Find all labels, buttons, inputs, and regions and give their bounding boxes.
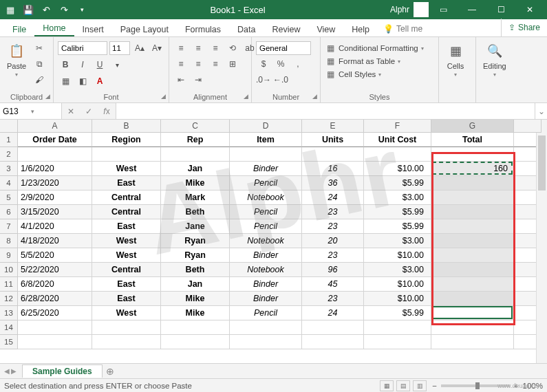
row-header[interactable]: 3 bbox=[0, 162, 18, 176]
col-header-c[interactable]: C bbox=[161, 120, 230, 133]
cell-rep[interactable]: Ryan bbox=[161, 248, 230, 263]
cell-cost[interactable]: $5.99 bbox=[364, 205, 431, 219]
header-units[interactable]: Units bbox=[302, 133, 364, 147]
col-header-g[interactable]: G bbox=[431, 120, 514, 133]
user-avatar[interactable] bbox=[414, 2, 429, 17]
formula-input[interactable] bbox=[116, 103, 535, 119]
user-name[interactable]: Alphr bbox=[386, 5, 414, 14]
percent-icon[interactable]: % bbox=[273, 57, 288, 71]
add-sheet-icon[interactable]: ⊕ bbox=[103, 366, 118, 377]
cell-date[interactable]: 5/22/2020 bbox=[18, 263, 92, 277]
cell-cost[interactable]: $5.99 bbox=[364, 306, 431, 320]
editing-button[interactable]: 🔍 Editing ▾ bbox=[480, 39, 509, 78]
cell-region[interactable]: West bbox=[92, 306, 161, 320]
cell-cost[interactable]: $5.99 bbox=[364, 219, 431, 234]
number-launcher-icon[interactable]: ◢ bbox=[312, 93, 317, 100]
cell-rep[interactable]: Mark bbox=[161, 190, 230, 205]
cancel-formula-icon[interactable]: ✕ bbox=[62, 107, 80, 116]
tab-review[interactable]: Review bbox=[264, 22, 308, 36]
row-header-1[interactable]: 1 bbox=[0, 133, 18, 147]
cell-item[interactable]: Binder bbox=[230, 162, 302, 176]
align-left-icon[interactable]: ≡ bbox=[173, 57, 189, 71]
cell-total[interactable] bbox=[431, 219, 514, 234]
cell-region[interactable]: East bbox=[92, 292, 161, 306]
cell-cost[interactable]: $10.00 bbox=[364, 292, 431, 306]
align-bottom-icon[interactable]: ≡ bbox=[208, 41, 223, 55]
sheet-tab-sample-guides[interactable]: Sample Guides bbox=[22, 364, 103, 378]
row-header[interactable]: 4 bbox=[0, 176, 18, 190]
redo-icon[interactable]: ↷ bbox=[56, 2, 72, 17]
underline-icon[interactable]: U bbox=[92, 58, 107, 72]
cell-styles-button[interactable]: ▦Cell Styles▾ bbox=[325, 69, 381, 80]
tab-data[interactable]: Data bbox=[229, 22, 264, 36]
cell-date[interactable]: 1/6/2020 bbox=[18, 162, 92, 176]
cell-region[interactable]: Central bbox=[92, 205, 161, 219]
decrease-indent-icon[interactable]: ⇤ bbox=[173, 73, 189, 87]
tell-me-search[interactable]: 💡Tell me bbox=[378, 21, 428, 36]
cell-cost[interactable]: $10.00 bbox=[364, 162, 431, 176]
cell-date[interactable]: 3/15/2020 bbox=[18, 205, 92, 219]
header-total[interactable]: Total bbox=[431, 133, 514, 147]
orientation-icon[interactable]: ⟲ bbox=[225, 41, 240, 55]
cell-cost[interactable]: $3.00 bbox=[364, 263, 431, 277]
cell-date[interactable]: 4/1/2020 bbox=[18, 219, 92, 234]
paste-button[interactable]: 📋 Paste ▾ bbox=[4, 39, 29, 78]
cell-total[interactable] bbox=[431, 248, 514, 263]
tab-insert[interactable]: Insert bbox=[74, 22, 112, 36]
cell-date[interactable]: 6/8/2020 bbox=[18, 277, 92, 292]
cell-units[interactable]: 16 bbox=[302, 162, 364, 176]
cell-date[interactable]: 2/9/2020 bbox=[18, 190, 92, 205]
cell-item[interactable]: Binder bbox=[230, 292, 302, 306]
row-header-2[interactable]: 2 bbox=[0, 147, 18, 162]
col-header-e[interactable]: E bbox=[302, 120, 364, 133]
cell-rep[interactable]: Beth bbox=[161, 263, 230, 277]
cells-button[interactable]: ▦ Cells ▾ bbox=[443, 39, 468, 78]
expand-formula-bar-icon[interactable]: ⌄ bbox=[535, 103, 547, 119]
page-break-view-icon[interactable]: ▥ bbox=[413, 380, 427, 391]
decrease-decimal-icon[interactable]: ←.0 bbox=[273, 73, 288, 87]
row-header[interactable]: 7 bbox=[0, 219, 18, 234]
header-unit-cost[interactable]: Unit Cost bbox=[364, 133, 431, 147]
normal-view-icon[interactable]: ▦ bbox=[380, 380, 394, 391]
row-header[interactable]: 12 bbox=[0, 292, 18, 306]
cell-region[interactable]: West bbox=[92, 234, 161, 248]
save-icon[interactable]: 💾 bbox=[21, 2, 36, 17]
cell-cost[interactable]: $5.99 bbox=[364, 176, 431, 190]
strike-icon[interactable]: ▾ bbox=[109, 58, 125, 72]
vertical-scrollbar[interactable] bbox=[536, 133, 547, 363]
format-as-table-button[interactable]: ▦Format as Table▾ bbox=[325, 56, 400, 67]
increase-decimal-icon[interactable]: .0→ bbox=[256, 73, 271, 87]
cell-region[interactable]: Central bbox=[92, 263, 161, 277]
cell-units[interactable]: 24 bbox=[302, 306, 364, 320]
cell-total[interactable] bbox=[431, 292, 514, 306]
comma-icon[interactable]: , bbox=[290, 57, 305, 71]
ribbon-options-icon[interactable]: ▭ bbox=[429, 0, 458, 19]
sheet-nav-next-icon[interactable]: ▶ bbox=[11, 367, 17, 375]
cell-item[interactable]: Pencil bbox=[230, 205, 302, 219]
maximize-icon[interactable]: ☐ bbox=[486, 0, 515, 19]
align-center-icon[interactable]: ≡ bbox=[191, 57, 206, 71]
cell-units[interactable]: 24 bbox=[302, 190, 364, 205]
minimize-icon[interactable]: — bbox=[458, 0, 486, 19]
cell-total[interactable] bbox=[431, 190, 514, 205]
increase-font-icon[interactable]: A▴ bbox=[132, 41, 147, 55]
cell-units[interactable]: 23 bbox=[302, 205, 364, 219]
row-header[interactable]: 11 bbox=[0, 277, 18, 292]
cell-rep[interactable]: Beth bbox=[161, 205, 230, 219]
cell-units[interactable]: 23 bbox=[302, 248, 364, 263]
col-header-f[interactable]: F bbox=[364, 120, 431, 133]
cell-units[interactable]: 23 bbox=[302, 292, 364, 306]
cell-item[interactable]: Pencil bbox=[230, 306, 302, 320]
cell-rep[interactable]: Jane bbox=[161, 219, 230, 234]
border-icon[interactable]: ▦ bbox=[58, 74, 73, 88]
cell-region[interactable]: West bbox=[92, 162, 161, 176]
cell-item[interactable]: Pencil bbox=[230, 176, 302, 190]
row-header[interactable]: 14 bbox=[0, 320, 18, 335]
header-rep[interactable]: Rep bbox=[161, 133, 230, 147]
spreadsheet-grid[interactable]: A B C D E F G 1 Order Date Region Rep It… bbox=[0, 120, 547, 363]
tab-help[interactable]: Help bbox=[343, 22, 378, 36]
cell-cost[interactable]: $10.00 bbox=[364, 248, 431, 263]
merge-icon[interactable]: ⊞ bbox=[225, 57, 240, 71]
zoom-out-icon[interactable]: − bbox=[432, 382, 437, 390]
align-right-icon[interactable]: ≡ bbox=[208, 57, 223, 71]
